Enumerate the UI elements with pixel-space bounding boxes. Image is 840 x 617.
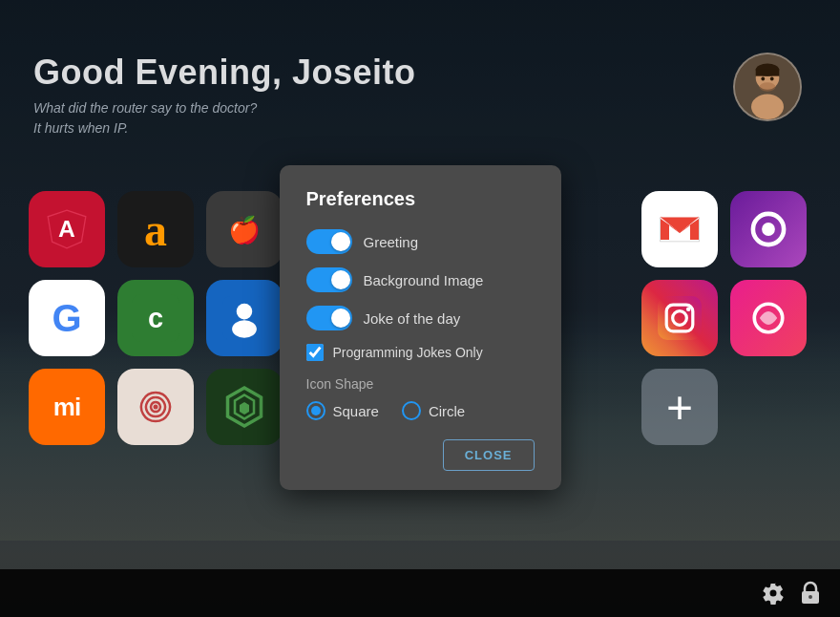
circle-radio[interactable] — [402, 401, 421, 420]
icon-shape-radio-group: Square Circle — [306, 401, 535, 420]
greeting-toggle-row: Greeting — [306, 229, 535, 254]
preferences-dialog: Preferences Greeting Background Image Jo… — [280, 165, 561, 490]
programming-jokes-row: Programming Jokes Only — [306, 344, 535, 361]
square-option[interactable]: Square — [306, 401, 379, 420]
close-button-row: CLOSE — [306, 439, 535, 471]
close-button[interactable]: CLOSE — [443, 439, 535, 471]
square-label: Square — [333, 403, 379, 419]
circle-option[interactable]: Circle — [402, 401, 465, 420]
icon-shape-label: Icon Shape — [306, 376, 535, 392]
greeting-label: Greeting — [364, 234, 419, 250]
joke-label: Joke of the day — [364, 310, 461, 327]
circle-label: Circle — [429, 403, 465, 419]
background-toggle[interactable] — [306, 267, 352, 292]
icon-shape-section: Icon Shape Square Circle — [306, 376, 535, 420]
joke-toggle-row: Joke of the day — [306, 306, 535, 330]
programming-jokes-checkbox[interactable] — [306, 344, 324, 361]
background-label: Background Image — [364, 272, 484, 288]
preferences-title: Preferences — [306, 188, 535, 210]
programming-jokes-label: Programming Jokes Only — [333, 345, 483, 360]
background-toggle-row: Background Image — [306, 267, 535, 292]
joke-toggle[interactable] — [306, 306, 352, 330]
square-radio[interactable] — [306, 401, 326, 420]
greeting-toggle[interactable] — [306, 229, 352, 254]
modal-backdrop: Preferences Greeting Background Image Jo… — [0, 0, 840, 617]
